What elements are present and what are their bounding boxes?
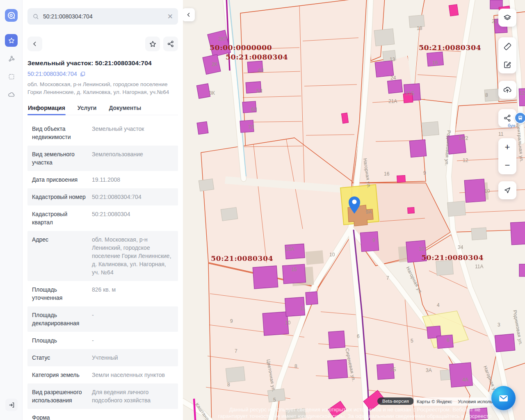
- parcel-number: 5: [411, 338, 413, 344]
- map-canvas[interactable]: 50:00:0000000 50:21:0080304 50:21:008030…: [183, 0, 525, 420]
- parcel-number: 8: [485, 92, 488, 98]
- quarter-label: 50:21:0080304: [211, 254, 273, 262]
- collapse-panel-button[interactable]: [183, 8, 195, 21]
- parcel-number: 18: [417, 25, 422, 31]
- parcel-number: 2Б: [390, 367, 396, 372]
- zoom-out-button[interactable]: −: [498, 156, 516, 174]
- tab-documents[interactable]: Документы: [108, 102, 142, 115]
- parcel-number: 7Л: [248, 124, 254, 130]
- search-bar[interactable]: ✕: [27, 8, 178, 25]
- tab-information[interactable]: Информация: [27, 102, 66, 115]
- parcel-number: 10: [419, 246, 424, 252]
- parcel-number: 9: [230, 318, 233, 324]
- mail-icon: [498, 393, 509, 404]
- parcel-number: 6: [447, 337, 450, 343]
- cadastral-link[interactable]: 50:21:0080304:704: [27, 71, 178, 77]
- dashed-square-icon: [8, 73, 15, 80]
- copy-icon[interactable]: [80, 71, 86, 77]
- locate-button[interactable]: [498, 181, 516, 199]
- parcel-number: 11: [498, 131, 503, 137]
- table-row: СтатусУчтенный: [27, 349, 178, 366]
- bus-stop-poi[interactable]: [514, 112, 525, 124]
- sidebar-item-favorites[interactable]: [5, 34, 18, 47]
- upload-cloud-icon: [503, 85, 512, 94]
- parcel-number: 15: [291, 267, 297, 272]
- app-logo[interactable]: [5, 9, 18, 22]
- table-row: Вид земельного участкаЗемлепользование: [27, 146, 178, 171]
- bus-stop-label: бун: [508, 123, 515, 128]
- parcel-number: 12: [463, 158, 468, 163]
- parcel-number: 4Л: [258, 68, 264, 73]
- favorite-button[interactable]: [145, 37, 160, 51]
- logo-bubble-a-icon: [7, 11, 16, 20]
- parcel-number: 8: [227, 382, 230, 388]
- clear-search-icon[interactable]: ✕: [167, 13, 173, 20]
- table-row: Площадь декларированная-: [27, 306, 178, 332]
- parcel-number: 7: [235, 348, 237, 354]
- sidebar-item-selection[interactable]: [5, 70, 18, 83]
- share-icon: [167, 40, 174, 48]
- parcel-number: 9А: [366, 209, 372, 215]
- parcel-number: 10: [329, 252, 335, 258]
- parcel-number: 16: [432, 60, 438, 66]
- table-row: Вид объекта недвижимостиЗемельный участо…: [27, 120, 178, 146]
- parcel-number: 8: [294, 363, 297, 369]
- edit-icon: [503, 60, 512, 69]
- upload-button[interactable]: [498, 81, 516, 99]
- chat-button[interactable]: [491, 386, 516, 410]
- layers-button[interactable]: [498, 9, 516, 27]
- parcel-number: 11А: [475, 264, 483, 269]
- parcel-number: 13: [390, 57, 395, 62]
- share-button[interactable]: [163, 37, 178, 51]
- info-table: Вид объекта недвижимостиЗемельный участо…: [27, 120, 178, 420]
- parcel-number: 21Б: [406, 91, 414, 96]
- table-row: Кадастровый номер50:21:0080304:704: [27, 188, 178, 205]
- quarter-label: 50:21:0080304: [421, 253, 484, 262]
- panel-toolbar: [27, 37, 178, 51]
- back-button[interactable]: [27, 37, 42, 51]
- sidebar-item-polygons[interactable]: [5, 52, 18, 65]
- parcel-number: 5Л: [256, 88, 262, 94]
- info-panel: ✕ Земельный участок: 50:21:0080304:704: [23, 0, 183, 420]
- parcel-number: 22: [492, 18, 497, 24]
- sidebar-item-cloud[interactable]: [5, 88, 18, 101]
- parcel-number: 10: [484, 188, 490, 194]
- parcel-number: 11: [300, 306, 305, 311]
- collapse-chevron-icon: [186, 12, 191, 17]
- table-row: Дата присвоения19.11.2008: [27, 171, 178, 188]
- quarter-label: 50:21:0080304: [419, 43, 481, 52]
- cloud-icon: [7, 91, 16, 99]
- edit-button[interactable]: [498, 55, 516, 73]
- parcel-number: 5: [273, 397, 276, 403]
- beta-badge: Beta-версия: [377, 397, 414, 405]
- ruler-icon: [503, 42, 512, 51]
- zoom-control: + −: [498, 138, 516, 174]
- parcel-number: 10: [285, 320, 290, 326]
- parcel-number: 7: [386, 275, 389, 281]
- page-title: Земельный участок: 50:21:0080304:704: [27, 59, 178, 67]
- table-row: Площадь-: [27, 332, 178, 349]
- share-nodes-icon: [503, 114, 511, 122]
- table-row: Площадь уточненная826 кв. м: [27, 281, 178, 306]
- parcel-number: 15А: [285, 246, 294, 252]
- terms-link[interactable]: Условия использования: [458, 399, 494, 404]
- table-row: Адресобл. Московская, р-н Ленинский, гор…: [27, 231, 178, 281]
- parcel-number: 2К: [212, 62, 217, 67]
- map-attribution: Карты © Яндекс Условия использования: [413, 397, 494, 406]
- search-input[interactable]: [43, 13, 164, 20]
- parcel-number: 14/2: [459, 135, 468, 141]
- parcel-number: 6Л: [251, 107, 257, 112]
- measure-button[interactable]: [498, 37, 516, 55]
- parcel-number: 6: [357, 333, 360, 339]
- zoom-in-button[interactable]: +: [498, 138, 516, 156]
- polygon-nodes-icon: [7, 55, 16, 63]
- back-chevron-icon: [32, 41, 38, 47]
- tab-services[interactable]: Услуги: [77, 102, 97, 115]
- measure-edit-group: [498, 37, 516, 73]
- bus-icon: [517, 115, 523, 121]
- object-address: обл. Московская, р-н Ленинский, городско…: [27, 80, 178, 96]
- sidebar-item-login[interactable]: [5, 399, 18, 411]
- parcel-number: 12: [519, 90, 525, 96]
- search-icon: [32, 13, 39, 20]
- star-icon: [8, 37, 15, 44]
